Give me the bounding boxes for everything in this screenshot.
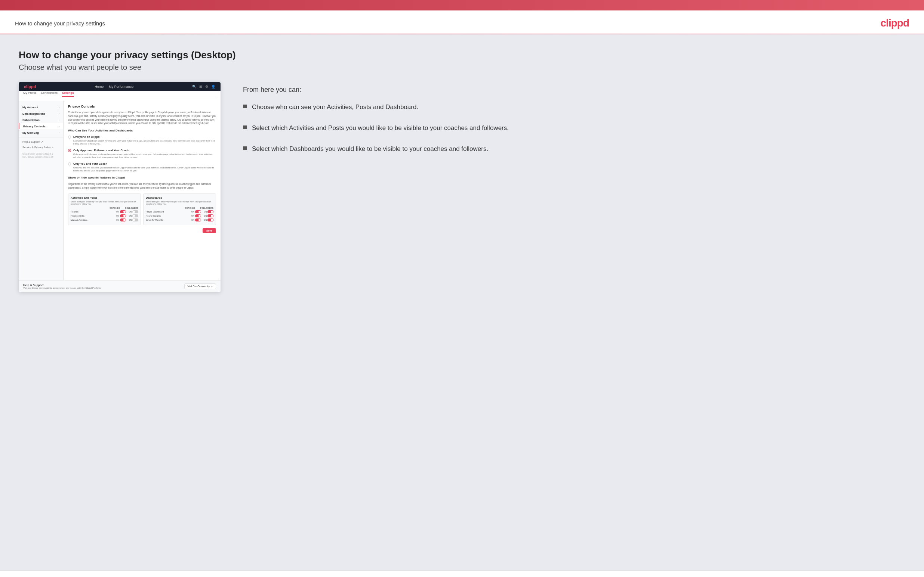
sidebar-item-my-account[interactable]: My Account › xyxy=(19,104,63,110)
bullet-item-2: Select which Activities and Posts you wo… xyxy=(243,124,905,132)
radio-only-you-coach[interactable]: Only You and Your Coach Only you and the… xyxy=(68,162,216,172)
wtwo-followers-on-label: ON xyxy=(204,219,207,221)
settings-icon: ⚙ xyxy=(205,85,208,89)
row-practice-drills: Practice Drills ON ON xyxy=(71,214,138,218)
radio-everyone[interactable]: Everyone on Clippd Everyone on Clippd ca… xyxy=(68,135,216,146)
row-manual-activities: Manual Activities ON ON xyxy=(71,219,138,221)
practice-followers-toggle-group: ON xyxy=(129,214,139,218)
dashboards-coaches-header: COACHES xyxy=(185,207,195,209)
tab-my-profile[interactable]: My Profile xyxy=(23,91,37,97)
tab-connections[interactable]: Connections xyxy=(41,91,58,97)
player-dashboard-toggles: ON ON xyxy=(191,210,213,213)
sidebar-item-subscription[interactable]: Subscription › xyxy=(19,116,63,123)
practice-drills-toggles: ON ON xyxy=(116,214,138,218)
show-hide-title: Show or hide specific features in Clippd xyxy=(68,176,216,179)
who-can-see-title: Who Can See Your Activities and Dashboar… xyxy=(68,129,216,132)
sidebar-item-privacy-controls[interactable]: Privacy Controls › xyxy=(19,123,63,129)
dashboards-table-header: COACHES FOLLOWERS xyxy=(146,207,213,209)
visit-community-button[interactable]: Visit Our Community ↗ xyxy=(184,284,216,289)
radio-followers-coach[interactable]: Only Approved Followers and Your Coach O… xyxy=(68,148,216,159)
chevron-right-icon: › xyxy=(59,106,60,109)
wtwo-coach-toggle-group: ON xyxy=(191,219,201,221)
what-to-work-on-toggles: ON ON xyxy=(191,219,213,221)
manual-coach-toggle[interactable] xyxy=(120,219,126,221)
app-sidebar: My Account › Data Integrations › Subscri… xyxy=(19,101,63,280)
radio-option-everyone-content: Everyone on Clippd Everyone on Clippd ca… xyxy=(73,135,216,146)
header-title: How to change your privacy settings xyxy=(15,20,105,26)
pd-followers-on-label: ON xyxy=(204,211,207,213)
wtwo-coach-toggle[interactable] xyxy=(195,219,201,221)
manual-followers-toggle[interactable] xyxy=(132,219,138,221)
ri-coach-toggle-group: ON xyxy=(191,214,201,218)
manual-coach-toggle-group: ON xyxy=(116,219,126,221)
player-dashboard-followers-toggle-group: ON xyxy=(204,210,214,213)
tab-settings[interactable]: Settings xyxy=(62,91,74,97)
radio-circle-followers-coach xyxy=(68,149,71,152)
app-main-nav: Home My Performance xyxy=(95,85,133,89)
external-link-icon: ↗ xyxy=(211,285,213,288)
main-content: How to change your privacy settings (Des… xyxy=(0,34,924,570)
radio-label-followers-coach: Only Approved Followers and Your Coach xyxy=(73,148,216,152)
radio-desc-followers-coach: Only approved followers and coaches you … xyxy=(73,153,216,159)
bullet-list: Choose who can see your Activities, Post… xyxy=(243,103,905,153)
sidebar-item-help-support[interactable]: Help & Support ↗ xyxy=(19,139,63,145)
rounds-followers-on-label: ON xyxy=(129,211,132,213)
content-row: clippd Home My Performance 🔍 ⊞ ⚙ 👤 My Pr… xyxy=(19,82,905,292)
ri-coach-on-label: ON xyxy=(191,215,194,217)
row-what-to-work-on: What To Work On ON ON xyxy=(146,219,213,221)
bullet-item-3: Select which Dashboards you would like t… xyxy=(243,145,905,153)
external-link-icon: ↗ xyxy=(41,140,43,143)
rounds-followers-toggle[interactable] xyxy=(132,210,138,213)
chevron-right-icon: › xyxy=(59,119,60,121)
sidebar-label-my-account: My Account xyxy=(23,106,38,109)
practice-followers-on-label: ON xyxy=(129,215,132,217)
radio-circle-everyone xyxy=(68,135,71,139)
logo: clippd xyxy=(880,17,909,29)
page-subheading: Choose what you want people to see xyxy=(19,63,905,72)
radio-label-everyone: Everyone on Clippd xyxy=(73,135,216,139)
sidebar-item-data-integrations[interactable]: Data Integrations › xyxy=(19,110,63,116)
activities-table-header: COACHES FOLLOWERS xyxy=(71,207,138,209)
bullet-square-1 xyxy=(243,105,247,108)
bullet-item-1: Choose who can see your Activities, Post… xyxy=(243,103,905,112)
sidebar-label-data-integrations: Data Integrations xyxy=(23,112,45,115)
save-row: Save xyxy=(68,228,216,233)
activities-posts-desc: Select the types of activity that you'd … xyxy=(71,201,138,205)
practice-coach-toggle[interactable] xyxy=(120,214,126,218)
sidebar-label-help-support: Help & Support xyxy=(23,140,40,143)
sidebar-item-my-golf-bag[interactable]: My Golf Bag › xyxy=(19,129,63,135)
wtwo-followers-toggle[interactable] xyxy=(207,219,213,221)
practice-drills-label: Practice Drills xyxy=(71,215,84,217)
bullet-text-3: Select which Dashboards you would like t… xyxy=(252,145,488,153)
manual-activities-toggles: ON ON xyxy=(116,219,138,221)
rounds-coach-on-label: ON xyxy=(116,211,119,213)
pd-coach-toggle[interactable] xyxy=(195,210,201,213)
privacy-controls-title: Privacy Controls xyxy=(68,105,216,108)
bullet-text-2: Select which Activities and Posts you wo… xyxy=(252,124,509,132)
save-button[interactable]: Save xyxy=(203,228,216,233)
nav-home: Home xyxy=(95,85,103,89)
row-player-dashboard: Player Dashboard ON ON xyxy=(146,210,213,213)
sidebar-label-privacy-controls: Privacy Controls xyxy=(23,125,45,128)
manual-followers-toggle-group: ON xyxy=(129,219,139,221)
top-bar xyxy=(0,0,924,10)
app-main-panel: Privacy Controls Control how you and you… xyxy=(63,101,221,280)
privacy-controls-desc: Control how you and your data appears to… xyxy=(68,111,216,125)
manual-activities-label: Manual Activities xyxy=(71,219,87,221)
dashboards-title: Dashboards xyxy=(146,196,213,200)
help-support-desc: Visit our Clippd community to troublesho… xyxy=(23,287,101,289)
ri-followers-toggle[interactable] xyxy=(207,214,213,218)
sidebar-item-service-privacy[interactable]: Service & Privacy Policy ↗ xyxy=(19,145,63,150)
practice-followers-toggle[interactable] xyxy=(132,214,138,218)
dashboards-desc: Select the types of activity that you'd … xyxy=(146,201,213,205)
show-hide-section: Show or hide specific features in Clippd… xyxy=(68,176,216,233)
dashboards-box: Dashboards Select the types of activity … xyxy=(143,193,216,225)
pd-followers-toggle[interactable] xyxy=(207,210,213,213)
ri-followers-on-label: ON xyxy=(204,215,207,217)
radio-option-followers-coach-content: Only Approved Followers and Your Coach O… xyxy=(73,148,216,159)
player-dashboard-coach-toggle-group: ON xyxy=(191,210,201,213)
app-logo: clippd xyxy=(24,84,36,89)
rounds-coach-toggle[interactable] xyxy=(120,210,126,213)
ri-coach-toggle[interactable] xyxy=(195,214,201,218)
manual-coach-on-label: ON xyxy=(116,219,119,221)
